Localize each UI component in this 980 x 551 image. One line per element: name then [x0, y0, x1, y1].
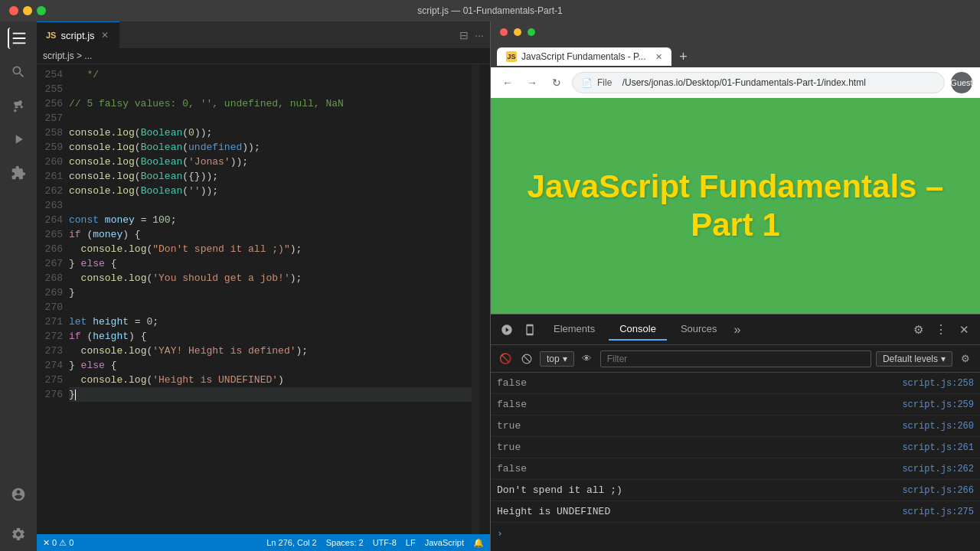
top-chevron-icon: ▾ — [563, 354, 567, 364]
status-bar: ✕ 0 ⚠ 0 Ln 276, Col 2 Spaces: 2 UTF-8 LF… — [0, 534, 490, 551]
console-source[interactable]: script.js:262 — [902, 464, 974, 474]
close-button[interactable] — [9, 6, 18, 15]
line-numbers: 2542552562572582592602612622632642652662… — [37, 64, 69, 534]
sidebar-item-explorer[interactable] — [8, 28, 29, 49]
browser-back-btn[interactable]: ← — [498, 73, 517, 92]
browser-forward-btn[interactable]: → — [523, 73, 541, 92]
browser-reload-btn[interactable]: ↻ — [547, 73, 566, 92]
devtools-inspect-icon[interactable] — [497, 320, 517, 340]
cursor-position[interactable]: Ln 276, Col 2 — [266, 538, 316, 548]
devtools-panel: Elements Console Sources » ⚙ ⋮ ✕ 🚫 top — [491, 314, 980, 551]
console-row: truescript.js:260 — [491, 416, 980, 437]
console-eye-icon[interactable]: 👁 — [579, 350, 596, 367]
console-value: true — [497, 442, 521, 453]
console-value: false — [497, 463, 527, 474]
code-editor[interactable]: 2542552562572582592602612622632642652662… — [0, 64, 490, 534]
tab-script-js[interactable]: JS script.js ✕ — [37, 21, 119, 48]
console-source[interactable]: script.js:266 — [902, 485, 974, 496]
eol[interactable]: LF — [406, 538, 416, 548]
console-row: falsescript.js:259 — [491, 394, 980, 416]
console-source[interactable]: script.js:275 — [902, 507, 974, 517]
code-content: */// 5 falsy values: 0, '', undefined, n… — [69, 64, 472, 534]
console-settings-icon[interactable]: ⚙ — [957, 350, 974, 367]
console-prompt[interactable]: › — [491, 523, 980, 543]
devtools-device-icon[interactable] — [520, 320, 540, 340]
sidebar-item-run[interactable] — [8, 129, 29, 150]
console-row: Height is UNDEFINEDscript.js:275 — [491, 501, 980, 523]
console-context-selector[interactable]: top ▾ — [540, 351, 574, 367]
sidebar-item-extensions[interactable] — [8, 162, 29, 184]
address-bar[interactable]: 📄 File /Users/jonas.io/Desktop/01-Fundam… — [572, 72, 945, 93]
console-row: falsescript.js:262 — [491, 458, 980, 480]
browser-profile-btn[interactable]: Guest — [951, 72, 972, 93]
title-bar: script.js — 01-Fundamentals-Part-1 — [0, 0, 980, 21]
levels-chevron-icon: ▾ — [941, 354, 946, 364]
indent-info[interactable]: Spaces: 2 — [326, 538, 364, 548]
feedback-icon[interactable]: 🔔 — [473, 538, 484, 548]
console-block-icon[interactable] — [518, 350, 535, 367]
devtools-close-icon[interactable]: ✕ — [954, 320, 974, 340]
more-actions-icon[interactable]: ··· — [475, 29, 484, 41]
console-clear-icon[interactable]: 🚫 — [497, 350, 514, 367]
split-editor-icon[interactable]: ⊟ — [459, 29, 469, 41]
error-icon: ✕ — [43, 538, 50, 548]
svg-line-1 — [524, 355, 530, 361]
prompt-chevron-icon: › — [497, 527, 503, 539]
tab-console[interactable]: Console — [609, 318, 667, 341]
sidebar-item-source-control[interactable] — [8, 95, 29, 116]
tab-actions: ⊟ ··· — [459, 29, 490, 41]
activity-bar — [0, 21, 37, 551]
main-layout: JS script.js ✕ ⊟ ··· script.js > ... 254… — [0, 21, 980, 551]
error-count[interactable]: ✕ 0 ⚠ 0 — [43, 538, 74, 548]
console-source[interactable]: script.js:261 — [902, 442, 974, 453]
console-levels-selector[interactable]: Default levels ▾ — [876, 351, 952, 367]
browser-tab-close-icon[interactable]: ✕ — [655, 52, 662, 62]
website-title: JavaScript Fundamentals – Part 1 — [528, 168, 944, 245]
scrollbar[interactable] — [479, 64, 490, 534]
console-filter-input[interactable] — [600, 350, 871, 367]
browser-close-btn[interactable] — [500, 28, 508, 36]
tab-close-icon[interactable]: ✕ — [100, 30, 110, 41]
console-value: true — [497, 420, 521, 432]
devtools-more-tabs[interactable]: » — [731, 320, 744, 340]
console-source[interactable]: script.js:260 — [902, 421, 974, 432]
js-file-icon: JS — [46, 31, 56, 40]
browser-title-bar — [491, 21, 980, 43]
language-mode[interactable]: JavaScript — [425, 538, 464, 548]
console-row: truescript.js:261 — [491, 437, 980, 458]
maximize-button[interactable] — [37, 6, 46, 15]
website-content: JavaScript Fundamentals – Part 1 — [491, 98, 980, 314]
minimize-button[interactable] — [23, 6, 32, 15]
browser-nav-bar: ← → ↻ 📄 File /Users/jonas.io/Desktop/01-… — [491, 67, 980, 98]
encoding[interactable]: UTF-8 — [373, 538, 397, 548]
devtools-settings: ⚙ ⋮ ✕ — [908, 320, 974, 340]
console-value: false — [497, 377, 527, 389]
website-title-line2: Part 1 — [691, 207, 780, 243]
tab-bar: JS script.js ✕ ⊟ ··· — [0, 21, 490, 48]
console-source[interactable]: script.js:259 — [902, 399, 974, 410]
console-value: Height is UNDEFINED — [497, 506, 610, 517]
devtools-toolbar: Elements Console Sources » ⚙ ⋮ ✕ — [491, 315, 980, 345]
console-value: false — [497, 399, 527, 410]
console-value: Don't spend it all ;) — [497, 484, 622, 496]
tab-sources[interactable]: Sources — [670, 318, 728, 341]
browser-new-tab-btn[interactable]: + — [673, 46, 694, 67]
browser-max-btn[interactable] — [528, 28, 535, 36]
console-source[interactable]: script.js:258 — [902, 378, 974, 389]
browser-min-btn[interactable] — [514, 28, 521, 36]
browser-tab[interactable]: JS JavaScript Fundamentals - P... ✕ — [497, 47, 671, 66]
devtools-more-options-icon[interactable]: ⋮ — [931, 320, 951, 340]
window-title: script.js — 01-Fundamentals-Part-1 — [417, 5, 562, 16]
tab-elements[interactable]: Elements — [543, 318, 606, 341]
tab-label: script.js — [60, 30, 94, 41]
window-controls — [9, 6, 46, 15]
sidebar-item-account[interactable] — [8, 484, 29, 505]
browser-chrome: JS JavaScript Fundamentals - P... ✕ + ← … — [491, 21, 980, 98]
js-favicon: JS — [506, 51, 517, 62]
website-title-line1: JavaScript Fundamentals – — [528, 168, 944, 204]
minimap — [472, 64, 479, 534]
address-lock-icon: 📄 — [582, 78, 593, 88]
sidebar-item-settings[interactable] — [8, 523, 29, 545]
devtools-settings-icon[interactable]: ⚙ — [908, 320, 928, 340]
sidebar-item-search[interactable] — [8, 61, 29, 83]
